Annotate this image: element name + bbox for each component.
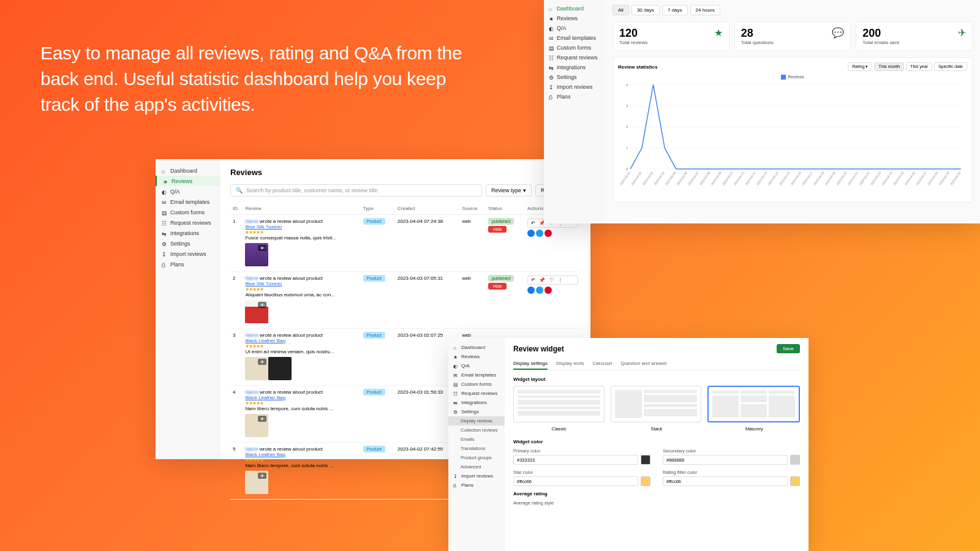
sidebar-item-plans[interactable]: ⎙Plans bbox=[448, 481, 505, 490]
eye-icon[interactable]: 👁 bbox=[258, 359, 266, 365]
pinterest-icon[interactable] bbox=[545, 287, 552, 294]
sidebar-item-forms[interactable]: ▤Custom forms bbox=[448, 380, 505, 389]
sidebar-item-reviews[interactable]: ★Reviews bbox=[544, 13, 605, 23]
product-link[interactable]: Black Leather Bag bbox=[245, 338, 285, 343]
svg-text:2023-04-09: 2023-04-09 bbox=[710, 171, 722, 186]
svg-text:2023-04-23: 2023-04-23 bbox=[870, 171, 882, 186]
svg-text:0: 0 bbox=[626, 167, 628, 171]
sub-collection[interactable]: Collection reviews bbox=[448, 425, 505, 435]
chat-icon: 💬 bbox=[832, 27, 844, 39]
eye-icon[interactable]: 👁 bbox=[258, 473, 266, 479]
save-button[interactable]: Save bbox=[777, 344, 800, 353]
sidebar-item-forms[interactable]: ▤Custom forms bbox=[156, 207, 221, 217]
sidebar-item-integrations[interactable]: ⇆Integrations bbox=[544, 62, 605, 72]
sidebar-item-request[interactable]: ☷Request reviews bbox=[156, 217, 221, 228]
pin-icon[interactable]: 📌 bbox=[538, 277, 546, 283]
svg-text:2023-04-08: 2023-04-08 bbox=[699, 171, 711, 186]
tab-qa[interactable]: Question and answer bbox=[620, 358, 667, 370]
facebook-icon[interactable] bbox=[527, 230, 535, 237]
sidebar-item-request[interactable]: ☷Request reviews bbox=[448, 389, 505, 398]
sidebar-item-dashboard[interactable]: ⌂Dashboard bbox=[544, 4, 605, 13]
sidebar-item-integrations[interactable]: ⇆Integrations bbox=[448, 398, 505, 407]
reply-icon[interactable]: ↶ bbox=[529, 277, 537, 283]
sidebar-item-settings[interactable]: ⚙Settings bbox=[544, 72, 605, 82]
product-link[interactable]: Black Leather Bag bbox=[245, 452, 285, 457]
filter-color-input[interactable] bbox=[663, 476, 788, 486]
product-link[interactable]: Blue Silk Tuxedo bbox=[245, 224, 282, 230]
sidebar-item-email[interactable]: ✉Email templates bbox=[156, 197, 221, 207]
sidebar-item-plans[interactable]: ⎙Plans bbox=[544, 92, 605, 102]
sidebar-item-email[interactable]: ✉Email templates bbox=[544, 33, 605, 43]
color-swatch[interactable] bbox=[641, 455, 650, 465]
layout-classic[interactable] bbox=[513, 386, 605, 422]
sidebar-item-request[interactable]: ☷Request reviews bbox=[544, 53, 605, 62]
twitter-icon[interactable] bbox=[536, 287, 543, 294]
filter-type[interactable]: Review type ▾ bbox=[486, 184, 532, 197]
social-share bbox=[527, 287, 578, 294]
sidebar-item-reviews[interactable]: ★Reviews bbox=[448, 352, 505, 361]
hide-button[interactable]: Hide bbox=[488, 283, 507, 290]
author-link[interactable]: Name bbox=[245, 446, 258, 452]
tab-7[interactable]: 7 days bbox=[662, 5, 688, 15]
eye-icon[interactable]: 👁 bbox=[258, 245, 266, 251]
layout-masonry[interactable] bbox=[707, 386, 800, 422]
tab-display-settings[interactable]: Display settings bbox=[513, 358, 548, 370]
tab-carousel[interactable]: Carousel bbox=[592, 358, 612, 370]
product-link[interactable]: Black Leather Bag bbox=[245, 395, 285, 400]
primary-color-input[interactable] bbox=[513, 455, 638, 465]
sidebar-item-email[interactable]: ✉Email templates bbox=[448, 370, 505, 380]
sidebar-item-import[interactable]: ↧Import reviews bbox=[544, 82, 605, 92]
layout-stack[interactable] bbox=[611, 386, 702, 422]
sidebar-item-dashboard[interactable]: ⌂Dashboard bbox=[156, 165, 221, 176]
sidebar-item-forms[interactable]: ▤Custom forms bbox=[544, 43, 605, 53]
svg-text:2023-04-17: 2023-04-17 bbox=[801, 171, 813, 186]
sidebar-item-integrations[interactable]: ⇆Integrations bbox=[156, 228, 221, 238]
tab-30[interactable]: 30 days bbox=[631, 5, 660, 15]
color-swatch[interactable] bbox=[790, 455, 800, 465]
sidebar-item-dashboard[interactable]: ⌂Dashboard bbox=[448, 343, 505, 352]
reply-icon[interactable]: ↶ bbox=[529, 220, 537, 226]
sidebar-item-import[interactable]: ↧Import reviews bbox=[156, 249, 221, 259]
product-link[interactable]: Blue Silk Tuxedo bbox=[245, 281, 282, 287]
sidebar-item-qa[interactable]: ◐Q/A bbox=[448, 361, 505, 370]
type-badge: Product bbox=[363, 275, 385, 282]
author-link[interactable]: Name bbox=[245, 332, 258, 338]
tab-display-texts[interactable]: Display texts bbox=[556, 358, 584, 370]
tab-all[interactable]: All bbox=[612, 5, 629, 15]
sub-translations[interactable]: Translations bbox=[448, 444, 505, 453]
pinterest-icon[interactable] bbox=[545, 230, 552, 237]
twitter-icon[interactable] bbox=[536, 230, 543, 237]
author-link[interactable]: Name bbox=[245, 219, 258, 224]
eye-icon[interactable]: 👁 bbox=[258, 416, 266, 422]
set-main: Review widget Save Display settings Disp… bbox=[505, 338, 809, 551]
search-input[interactable]: 🔍Search by product title, customer name,… bbox=[230, 184, 482, 197]
chart-filter[interactable]: Rating ▾ bbox=[848, 62, 872, 71]
facebook-icon[interactable] bbox=[527, 287, 535, 294]
hide-button[interactable]: Hide bbox=[488, 226, 507, 233]
sidebar-item-import[interactable]: ↧Import reviews bbox=[448, 471, 505, 481]
secondary-color-input[interactable] bbox=[663, 455, 788, 465]
sidebar-item-qa[interactable]: ◐Q/A bbox=[156, 186, 221, 197]
tab-24[interactable]: 24 hours bbox=[690, 5, 720, 15]
color-swatch[interactable] bbox=[790, 476, 800, 486]
sidebar-item-qa[interactable]: ◐Q/A bbox=[544, 23, 605, 33]
sidebar-item-plans[interactable]: ⎙Plans bbox=[156, 259, 221, 269]
star-color-input[interactable] bbox=[513, 476, 638, 486]
sidebar-item-settings[interactable]: ⚙Settings bbox=[156, 238, 221, 249]
author-link[interactable]: Name bbox=[245, 276, 258, 281]
heart-icon[interactable]: ♡ bbox=[548, 277, 555, 283]
sub-groups[interactable]: Product groups bbox=[448, 453, 505, 462]
sub-display-reviews[interactable]: Display reviews bbox=[448, 416, 505, 425]
tab-month[interactable]: This month bbox=[874, 62, 904, 71]
sub-emails[interactable]: Emails bbox=[448, 435, 505, 444]
more-icon[interactable]: ⋮ bbox=[557, 277, 564, 283]
tab-year[interactable]: This year bbox=[906, 62, 932, 71]
svg-text:2023-04-11: 2023-04-11 bbox=[733, 171, 745, 186]
sub-advanced[interactable]: Advanced bbox=[448, 462, 505, 471]
tab-date[interactable]: Specific date bbox=[934, 62, 967, 71]
eye-icon[interactable]: 👁 bbox=[258, 302, 266, 308]
color-swatch[interactable] bbox=[641, 476, 650, 486]
sidebar-item-reviews[interactable]: ★Reviews bbox=[156, 176, 221, 186]
author-link[interactable]: Name bbox=[245, 389, 258, 395]
sidebar-item-settings[interactable]: ⚙Settings bbox=[448, 407, 505, 416]
